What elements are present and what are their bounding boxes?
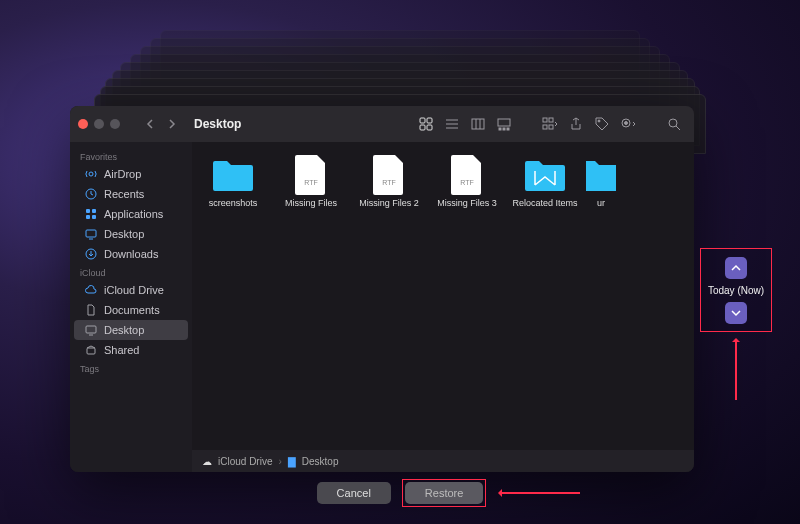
restore-button[interactable]: Restore xyxy=(405,482,484,504)
svg-rect-16 xyxy=(549,118,553,122)
documents-icon xyxy=(84,303,98,317)
file-label: Missing Files 2 xyxy=(352,198,426,208)
sidebar-item-label: iCloud Drive xyxy=(104,284,164,296)
sidebar-item-airdrop[interactable]: AirDrop xyxy=(74,164,188,184)
svg-rect-2 xyxy=(420,125,425,130)
bottom-bar: Cancel Restore xyxy=(0,482,800,504)
folder-icon: ▇ xyxy=(288,456,296,467)
svg-rect-11 xyxy=(499,128,501,130)
sidebar-section-favorites: Favorites xyxy=(70,148,192,164)
folder-icon xyxy=(211,156,255,194)
svg-text:RTF: RTF xyxy=(382,179,395,186)
tag-button[interactable] xyxy=(590,113,614,135)
sidebar-section-tags: Tags xyxy=(70,360,192,376)
svg-rect-27 xyxy=(86,215,90,219)
file-label: Relocated Items xyxy=(508,198,582,208)
file-label: Missing Files xyxy=(274,198,348,208)
sidebar-item-label: Applications xyxy=(104,208,163,220)
svg-line-22 xyxy=(676,126,680,130)
svg-rect-25 xyxy=(86,209,90,213)
sidebar: Favorites AirDrop Recents Applications D… xyxy=(70,142,192,472)
timeline-label: Today (Now) xyxy=(708,285,764,296)
close-icon[interactable] xyxy=(78,119,88,129)
list-view-button[interactable] xyxy=(440,113,464,135)
file-item[interactable]: RTF Missing Files xyxy=(274,156,348,208)
svg-rect-26 xyxy=(92,209,96,213)
annotation-arrow-up xyxy=(735,340,737,400)
gallery-view-button[interactable] xyxy=(492,113,516,135)
path-root[interactable]: iCloud Drive xyxy=(218,456,272,467)
sidebar-item-label: Shared xyxy=(104,344,139,356)
clock-icon xyxy=(84,187,98,201)
sidebar-item-applications[interactable]: Applications xyxy=(74,204,188,224)
svg-rect-1 xyxy=(427,118,432,123)
file-browser: screenshots RTF Missing Files RTF Missin… xyxy=(192,142,694,472)
airdrop-icon xyxy=(84,167,98,181)
icon-view-button[interactable] xyxy=(414,113,438,135)
rtf-icon: RTF xyxy=(445,156,489,194)
file-grid: screenshots RTF Missing Files RTF Missin… xyxy=(192,142,694,450)
svg-rect-29 xyxy=(86,230,96,237)
folder-icon xyxy=(586,156,616,194)
svg-rect-32 xyxy=(86,326,96,333)
icloud-icon: ☁ xyxy=(202,456,212,467)
svg-rect-3 xyxy=(427,125,432,130)
file-item[interactable]: Relocated Items xyxy=(508,156,582,208)
file-item[interactable]: RTF Missing Files 3 xyxy=(430,156,504,208)
time-machine-stack xyxy=(0,30,800,110)
svg-rect-28 xyxy=(92,215,96,219)
share-button[interactable] xyxy=(564,113,588,135)
sidebar-item-desktop-icloud[interactable]: Desktop xyxy=(74,320,188,340)
file-item[interactable]: ur xyxy=(586,156,616,208)
file-label: ur xyxy=(586,198,616,208)
svg-point-18 xyxy=(598,120,600,122)
path-bar: ☁ iCloud Drive › ▇ Desktop xyxy=(192,450,694,472)
window-title: Desktop xyxy=(194,117,241,131)
svg-rect-10 xyxy=(498,119,510,126)
cancel-button[interactable]: Cancel xyxy=(317,482,391,504)
timeline-prev-button[interactable] xyxy=(725,257,747,279)
sidebar-item-label: Downloads xyxy=(104,248,158,260)
path-current[interactable]: Desktop xyxy=(302,456,339,467)
svg-rect-12 xyxy=(503,128,505,130)
back-button[interactable] xyxy=(140,114,160,134)
sidebar-item-recents[interactable]: Recents xyxy=(74,184,188,204)
zoom-icon[interactable] xyxy=(110,119,120,129)
rtf-icon: RTF xyxy=(289,156,333,194)
svg-point-21 xyxy=(669,119,677,127)
sidebar-item-label: AirDrop xyxy=(104,168,141,180)
file-item[interactable]: screenshots xyxy=(196,156,270,208)
group-by-button[interactable] xyxy=(538,113,562,135)
sidebar-item-label: Desktop xyxy=(104,324,144,336)
svg-rect-34 xyxy=(87,348,95,354)
svg-rect-7 xyxy=(472,119,484,129)
svg-rect-17 xyxy=(549,125,553,129)
file-label: screenshots xyxy=(196,198,270,208)
sidebar-item-desktop[interactable]: Desktop xyxy=(74,224,188,244)
view-mode-group xyxy=(414,113,516,135)
svg-rect-0 xyxy=(420,118,425,123)
column-view-button[interactable] xyxy=(466,113,490,135)
action-button[interactable] xyxy=(616,113,640,135)
sidebar-item-documents[interactable]: Documents xyxy=(74,300,188,320)
timeline-next-button[interactable] xyxy=(725,302,747,324)
desktop-icon xyxy=(84,323,98,337)
svg-text:RTF: RTF xyxy=(304,179,317,186)
forward-button[interactable] xyxy=(162,114,182,134)
sidebar-item-shared[interactable]: Shared xyxy=(74,340,188,360)
svg-rect-14 xyxy=(543,118,547,122)
window-controls xyxy=(78,119,120,129)
file-item[interactable]: RTF Missing Files 2 xyxy=(352,156,426,208)
chevron-right-icon: › xyxy=(278,456,281,467)
sidebar-item-downloads[interactable]: Downloads xyxy=(74,244,188,264)
sidebar-item-label: Recents xyxy=(104,188,144,200)
icloud-icon xyxy=(84,283,98,297)
sidebar-item-icloud-drive[interactable]: iCloud Drive xyxy=(74,280,188,300)
downloads-icon xyxy=(84,247,98,261)
folder-icon xyxy=(523,156,567,194)
search-button[interactable] xyxy=(662,113,686,135)
sidebar-section-icloud: iCloud xyxy=(70,264,192,280)
rtf-icon: RTF xyxy=(367,156,411,194)
desktop-icon xyxy=(84,227,98,241)
minimize-icon[interactable] xyxy=(94,119,104,129)
